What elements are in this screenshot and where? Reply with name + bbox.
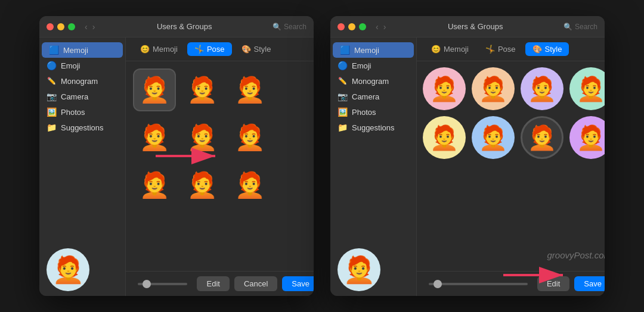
sidebar-item-suggestions-left[interactable]: 📁 Suggestions (39, 120, 125, 135)
edit-button-right[interactable]: Edit (537, 276, 569, 291)
sidebar-label-monogram-right: Monogram (352, 77, 389, 86)
avatar-preview-left-sidebar: 🧑‍🦰 (47, 248, 89, 291)
sidebar-left: 🟦 Memoji 🔵 Emoji ✏️ Monogram 📷 Camera 🖼️ (39, 38, 126, 296)
sidebar-item-memoji-left[interactable]: 🟦 Memoji (42, 42, 123, 58)
tab-memoji-right[interactable]: 😊 Memoji (424, 42, 476, 56)
tab-pose-right[interactable]: 🤸 Pose (478, 42, 523, 56)
pose-cell-3[interactable]: 🧑‍🦰 (228, 68, 271, 111)
photos-icon-left: 🖼️ (47, 107, 56, 117)
title-bar-left: ‹ › Users & Groups 🔍 Search (39, 16, 314, 38)
pose-cell-4[interactable] (276, 68, 314, 111)
pose-tab-icon-left: 🤸 (194, 45, 204, 54)
pose-cell-8[interactable] (276, 116, 314, 159)
traffic-lights-left (47, 23, 75, 30)
title-bar-right: ‹ › Users & Groups 🔍 Search (330, 16, 605, 38)
suggestions-icon-left: 📁 (47, 123, 56, 132)
memoji-tab-label-left: Memoji (153, 45, 178, 54)
bottom-bar-left: Edit Cancel Save (126, 271, 314, 296)
slider-track-right (429, 283, 528, 285)
sidebar-item-camera-left[interactable]: 📷 Camera (39, 89, 125, 104)
panel-body-right: 🟦 Memoji 🔵 Emoji ✏️ Monogram 📷 Camera 🖼️ (330, 38, 605, 296)
nav-arrows-left: ‹ › (83, 22, 96, 32)
tab-memoji-left[interactable]: 😊 Memoji (133, 42, 185, 56)
pose-cell-9[interactable]: 🧑‍🦰 (133, 164, 176, 207)
slider-thumb-left[interactable] (143, 280, 151, 288)
sidebar-item-memoji-right[interactable]: 🟦 Memoji (333, 42, 414, 58)
sidebar-label-suggestions-left: Suggestions (61, 123, 104, 132)
forward-button-left[interactable]: › (91, 22, 97, 32)
sidebar-item-photos-right[interactable]: 🖼️ Photos (330, 104, 416, 120)
right-content-left: 😊 Memoji 🤸 Pose 🎨 Style 🧑‍🦰 (126, 38, 314, 296)
pose-cell-6[interactable]: 🧑‍🦰 (181, 116, 224, 159)
style-cell-4[interactable]: 🧑‍🦰 (569, 67, 605, 110)
pose-cell-10[interactable]: 🧑‍🦰 (181, 164, 224, 207)
style-tab-icon-left: 🎨 (242, 45, 251, 54)
style-cell-7[interactable]: 🧑‍🦰 (521, 116, 564, 159)
style-cell-8[interactable]: 🧑‍🦰 (569, 116, 605, 159)
back-button-right[interactable]: ‹ (374, 22, 380, 32)
right-content-right: 😊 Memoji 🤸 Pose 🎨 Style 🧑‍🦰 (417, 38, 605, 296)
search-area-right: 🔍 Search (564, 23, 597, 31)
tab-bar-right: 😊 Memoji 🤸 Pose 🎨 Style (417, 38, 605, 61)
search-area-left: 🔍 Search (273, 23, 306, 31)
style-cell-5[interactable]: 🧑‍🦰 (423, 116, 466, 159)
sidebar-item-emoji-right[interactable]: 🔵 Emoji (330, 58, 416, 73)
sidebar-item-photos-left[interactable]: 🖼️ Photos (39, 104, 125, 120)
sidebar-item-monogram-right[interactable]: ✏️ Monogram (330, 73, 416, 89)
sidebar-right: 🟦 Memoji 🔵 Emoji ✏️ Monogram 📷 Camera 🖼️ (330, 38, 417, 296)
style-cells-container: 🧑‍🦰 🧑‍🦰 🧑‍🦰 🧑‍🦰 🧑‍🦰 🧑‍🦰 🧑‍🦰 🧑‍🦰 (423, 67, 605, 159)
style-tab-label-left: Style (254, 45, 271, 54)
bottom-bar-right: Edit Save (417, 271, 605, 296)
maximize-button-right[interactable] (359, 23, 366, 30)
sidebar-item-suggestions-right[interactable]: 📁 Suggestions (330, 120, 416, 135)
panel-left: ‹ › Users & Groups 🔍 Search 🟦 Memoji 🔵 E… (39, 16, 314, 296)
back-button-left[interactable]: ‹ (83, 22, 89, 32)
maximize-button-left[interactable] (68, 23, 75, 30)
avatar-preview-right-sidebar: 🧑‍🦰 (338, 248, 380, 291)
sidebar-item-camera-right[interactable]: 📷 Camera (330, 89, 416, 104)
close-button-left[interactable] (47, 23, 54, 30)
sidebar-label-emoji-left: Emoji (61, 61, 80, 70)
tab-bar-left: 😊 Memoji 🤸 Pose 🎨 Style (126, 38, 314, 61)
pose-cell-7[interactable]: 🧑‍🦰 (228, 116, 271, 159)
pose-cell-5[interactable]: 🧑‍🦰 (133, 116, 176, 159)
sidebar-item-monogram-left[interactable]: ✏️ Monogram (39, 73, 125, 89)
emoji-grid-left: 🧑‍🦰 🧑‍🦰 🧑‍🦰 🧑‍🦰 🧑‍🦰 🧑‍🦰 🧑‍🦰 🧑‍🦰 🧑‍🦰 (133, 68, 314, 207)
edit-button-left[interactable]: Edit (197, 276, 229, 291)
sidebar-label-camera-right: Camera (352, 92, 379, 101)
save-button-right[interactable]: Save (574, 276, 605, 291)
pose-cell-11[interactable]: 🧑‍🦰 (228, 164, 271, 207)
cancel-button-left[interactable]: Cancel (234, 276, 277, 291)
slider-area-left (133, 283, 192, 285)
tab-style-right[interactable]: 🎨 Style (525, 42, 569, 56)
minimize-button-right[interactable] (348, 23, 355, 30)
sidebar-label-photos-right: Photos (352, 108, 376, 117)
style-cell-3[interactable]: 🧑‍🦰 (521, 67, 564, 110)
sidebar-label-memoji-right: Memoji (354, 46, 379, 55)
btn-group-left: Edit Cancel Save (197, 276, 314, 291)
style-cell-6[interactable]: 🧑‍🦰 (472, 116, 515, 159)
emoji-icon-left: 🔵 (47, 61, 56, 70)
photos-icon-right: 🖼️ (338, 107, 347, 117)
slider-thumb-right[interactable] (434, 280, 442, 288)
sidebar-label-camera-left: Camera (61, 92, 88, 101)
minimize-button-left[interactable] (57, 23, 64, 30)
save-button-left[interactable]: Save (282, 276, 314, 291)
forward-button-right[interactable]: › (382, 22, 388, 32)
style-cell-2[interactable]: 🧑‍🦰 (472, 67, 515, 110)
window-title-left: Users & Groups (101, 22, 268, 31)
pose-cell-12[interactable] (276, 164, 314, 207)
tab-pose-left[interactable]: 🤸 Pose (187, 42, 232, 56)
style-cell-1[interactable]: 🧑‍🦰 (423, 67, 466, 110)
sidebar-label-monogram-left: Monogram (61, 77, 98, 86)
tab-style-left[interactable]: 🎨 Style (234, 42, 278, 56)
pose-cell-2[interactable]: 🧑‍🦰 (181, 68, 224, 111)
pose-cell-1[interactable]: 🧑‍🦰 (133, 68, 176, 111)
search-icon-right: 🔍 (564, 23, 572, 31)
sidebar-item-emoji-left[interactable]: 🔵 Emoji (39, 58, 125, 73)
close-button-right[interactable] (338, 23, 345, 30)
camera-icon-left: 📷 (47, 92, 56, 101)
style-tab-label-right: Style (545, 45, 562, 54)
pose-grid-left: 🧑‍🦰 🧑‍🦰 🧑‍🦰 🧑‍🦰 🧑‍🦰 🧑‍🦰 🧑‍🦰 🧑‍🦰 🧑‍🦰 (126, 61, 314, 271)
search-label-right: Search (575, 23, 597, 31)
